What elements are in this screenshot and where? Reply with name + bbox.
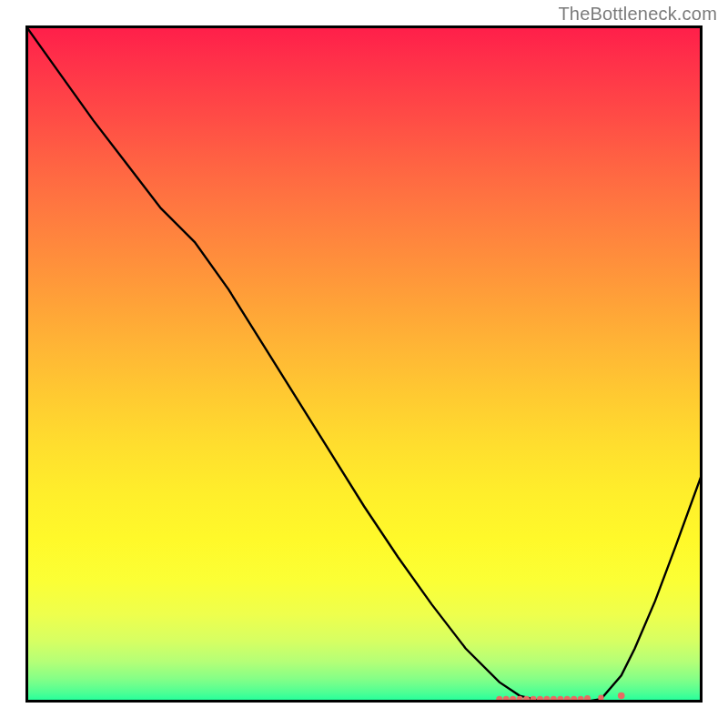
data-point bbox=[557, 696, 563, 703]
curve-line bbox=[25, 25, 703, 703]
data-point bbox=[531, 696, 537, 703]
data-point bbox=[578, 696, 584, 703]
data-point bbox=[618, 693, 625, 700]
data-point bbox=[564, 696, 571, 703]
data-point bbox=[503, 696, 510, 703]
data-point bbox=[510, 696, 516, 703]
plot-area bbox=[25, 25, 703, 703]
data-point bbox=[543, 696, 550, 703]
data-point bbox=[496, 696, 502, 703]
data-point bbox=[551, 696, 557, 703]
data-point bbox=[523, 696, 530, 703]
data-point bbox=[571, 696, 577, 703]
attribution-text: TheBottleneck.com bbox=[558, 4, 717, 25]
data-point bbox=[584, 695, 591, 702]
data-point bbox=[598, 695, 603, 701]
data-point bbox=[517, 696, 523, 703]
data-point bbox=[537, 696, 543, 703]
chart-overlay bbox=[25, 25, 703, 703]
